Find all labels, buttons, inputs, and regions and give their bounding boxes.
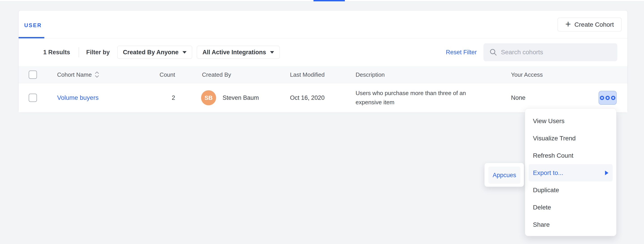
- menu-item-export-to[interactable]: Export to...: [529, 164, 613, 181]
- avatar: SB: [201, 90, 216, 105]
- filter-by-label: Filter by: [86, 49, 110, 56]
- caret-down-icon: [270, 51, 274, 54]
- created-by-cell: SB Steven Baum: [201, 90, 259, 105]
- cohort-name-link[interactable]: Volume buyers: [57, 94, 98, 101]
- table-header-row: Cohort Name Count Created By Last Modifi…: [18, 66, 628, 83]
- table-row: Volume buyers 2 SB Steven Baum Oct 16, 2…: [18, 83, 628, 112]
- select-all-checkbox[interactable]: [29, 70, 37, 79]
- created-by-dropdown[interactable]: Created By Anyone: [117, 46, 192, 59]
- cohorts-panel: USER + Create Cohort 1 Results Filter by…: [18, 10, 628, 112]
- search-icon: [489, 48, 497, 56]
- ellipsis-dot-icon: [611, 96, 615, 100]
- tab-bar: USER + Create Cohort: [18, 11, 628, 38]
- reset-filter-link[interactable]: Reset Filter: [446, 49, 477, 56]
- caret-down-icon: [182, 51, 186, 54]
- row-actions-menu: View Users Visualize Trend Refresh Count…: [525, 108, 616, 236]
- header-cohort-name[interactable]: Cohort Name: [57, 71, 100, 78]
- results-count: 1 Results: [43, 49, 70, 56]
- filter-bar: 1 Results Filter by Created By Anyone Al…: [18, 38, 628, 66]
- menu-item-visualize-trend[interactable]: Visualize Trend: [529, 130, 613, 147]
- menu-item-duplicate[interactable]: Duplicate: [529, 181, 613, 199]
- created-by-dropdown-label: Created By Anyone: [123, 49, 178, 56]
- submenu-arrow-icon: [605, 171, 608, 175]
- header-last-modified[interactable]: Last Modified: [290, 71, 325, 78]
- last-modified-cell: Oct 16, 2020: [290, 94, 325, 101]
- cohort-count: 2: [144, 94, 175, 101]
- your-access-cell: None: [511, 94, 526, 101]
- header-your-access: Your Access: [511, 71, 543, 78]
- row-actions-button[interactable]: [598, 91, 617, 105]
- search-input[interactable]: [501, 49, 608, 56]
- ellipsis-dot-icon: [606, 96, 610, 100]
- plus-icon: +: [566, 20, 571, 29]
- menu-item-share[interactable]: Share: [529, 216, 613, 233]
- search-box: [484, 43, 617, 61]
- ellipsis-dot-icon: [600, 96, 604, 100]
- header-description: Description: [356, 71, 385, 78]
- created-by-name: Steven Baum: [222, 94, 259, 101]
- header-created-by[interactable]: Created By: [202, 71, 231, 78]
- menu-item-view-users[interactable]: View Users: [529, 112, 613, 130]
- integrations-dropdown-label: All Active Integrations: [202, 49, 266, 56]
- create-cohort-label: Create Cohort: [574, 21, 614, 28]
- active-nav-tab-indicator: [314, 0, 345, 1]
- divider: [78, 47, 79, 57]
- integrations-dropdown[interactable]: All Active Integrations: [197, 46, 280, 59]
- row-checkbox[interactable]: [29, 94, 37, 102]
- tab-user[interactable]: USER: [24, 22, 42, 29]
- header-count[interactable]: Count: [144, 71, 175, 78]
- menu-item-delete[interactable]: Delete: [529, 199, 613, 216]
- description-cell: Users who purchase more than three of an…: [356, 89, 481, 107]
- submenu-item-appcues[interactable]: Appcues: [488, 167, 520, 184]
- top-nav-strip: [0, 0, 644, 1]
- menu-item-refresh-count[interactable]: Refresh Count: [529, 147, 613, 164]
- create-cohort-button[interactable]: + Create Cohort: [558, 18, 622, 31]
- export-submenu: Appcues: [484, 163, 524, 187]
- sort-icon: [94, 71, 100, 78]
